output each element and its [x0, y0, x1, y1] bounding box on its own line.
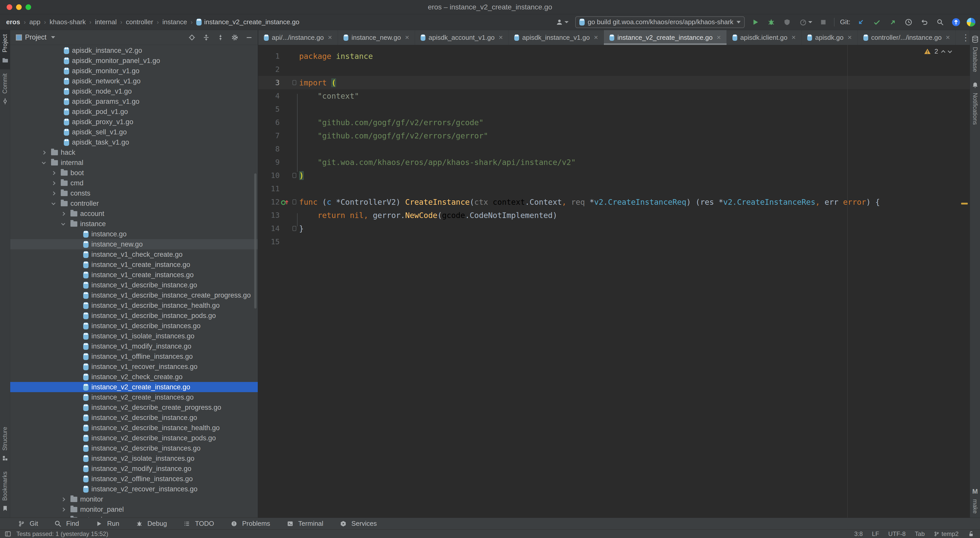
tree-file-row[interactable]: instance_v1_modify_instance.go — [10, 341, 258, 351]
unlock-icon[interactable] — [968, 531, 974, 537]
locate-file-button-icon[interactable] — [187, 32, 197, 43]
run-with-coverage-button-icon[interactable] — [782, 17, 792, 27]
tool-stripe-make[interactable]: Mmake — [970, 482, 980, 517]
tree-file-row[interactable]: instance_v2_create_instances.go — [10, 392, 258, 402]
tree-file-row[interactable]: instance_new.go — [10, 239, 258, 249]
tree-file-row[interactable]: apisdk_node_v1.go — [10, 86, 258, 96]
tool-window-button-run[interactable]: Run — [94, 519, 119, 529]
project-view-selector[interactable]: Project — [16, 33, 55, 41]
tool-window-button-find[interactable]: Find — [53, 519, 79, 529]
breadcrumb-item[interactable]: internal — [95, 18, 117, 26]
panel-settings-button-icon[interactable] — [230, 32, 240, 43]
debug-button-icon[interactable] — [766, 17, 776, 27]
code-editor[interactable]: 1package instance23import (4 "context"56… — [258, 45, 970, 517]
tree-file-row[interactable]: instance_v2_describe_instance.go — [10, 413, 258, 423]
prev-problem-icon[interactable] — [941, 50, 945, 54]
stop-button-icon[interactable] — [818, 17, 829, 27]
editor-tab[interactable]: apisdk.iclient.go× — [727, 30, 802, 45]
tree-file-row[interactable]: instance_v1_offline_instances.go — [10, 351, 258, 362]
run-configuration-selector[interactable]: go build git.woa.com/khaos/eros/app/khao… — [575, 16, 745, 28]
tree-file-row[interactable]: instance_v2_check_create.go — [10, 372, 258, 382]
search-everywhere-button-icon[interactable] — [935, 17, 945, 27]
tab-close-icon[interactable]: × — [792, 33, 796, 41]
tree-file-row[interactable]: apisdk_network_v1.go — [10, 76, 258, 86]
layout-icon[interactable] — [5, 531, 11, 537]
tool-stripe-project[interactable]: Project — [0, 30, 10, 69]
chevron-collapsed-icon[interactable] — [52, 191, 56, 195]
tree-folder-row[interactable]: account — [10, 209, 258, 219]
tree-file-row[interactable]: instance_v2_modify_instance.go — [10, 463, 258, 474]
tool-stripe-database[interactable]: Database — [970, 30, 980, 76]
tree-folder-row[interactable]: monitor_panel — [10, 504, 258, 514]
tree-file-row[interactable]: apisdk_instance_v2.go — [10, 45, 258, 56]
breadcrumb-item[interactable]: app — [29, 18, 40, 26]
file-encoding[interactable]: UTF-8 — [888, 530, 906, 538]
tab-close-icon[interactable]: × — [946, 33, 950, 41]
inspection-widget[interactable]: 2 — [924, 48, 951, 56]
breadcrumb-item[interactable]: instance — [162, 18, 187, 26]
git-update-button-icon[interactable] — [856, 17, 866, 27]
tree-file-row[interactable]: apisdk_sell_v1.go — [10, 127, 258, 137]
git-branch-widget[interactable]: temp2 — [934, 530, 959, 538]
tree-file-row[interactable]: instance_v1_create_instance.go — [10, 260, 258, 270]
tree-file-row[interactable]: instance_v2_describe_instance_pods.go — [10, 433, 258, 443]
breadcrumb-item[interactable]: khaos-shark — [49, 18, 86, 26]
plugin-sphere-icon[interactable] — [967, 18, 975, 27]
tree-file-row[interactable]: apisdk_params_v1.go — [10, 96, 258, 106]
tree-file-row[interactable]: instance_v1_isolate_instances.go — [10, 331, 258, 341]
git-push-button-icon[interactable] — [888, 17, 898, 27]
breadcrumb-file[interactable]: instance_v2_create_instance.go — [196, 18, 299, 26]
tree-file-row[interactable]: apisdk_pod_v1.go — [10, 106, 258, 117]
tool-stripe-commit[interactable]: Commit — [0, 69, 10, 110]
tool-stripe-bookmarks[interactable]: Bookmarks — [0, 467, 10, 517]
editor-tab[interactable]: apisdk.go× — [802, 30, 858, 45]
collapse-all-button-icon[interactable] — [215, 32, 226, 43]
tree-file-row[interactable]: instance_v2_create_instance.go — [10, 382, 258, 392]
tab-close-icon[interactable]: × — [717, 33, 721, 41]
line-ending[interactable]: LF — [872, 530, 879, 538]
tree-file-row[interactable]: apisdk_task_v1.go — [10, 137, 258, 148]
tree-file-row[interactable]: instance_v2_recover_instances.go — [10, 484, 258, 494]
chevron-expanded-icon[interactable] — [52, 201, 56, 205]
next-problem-icon[interactable] — [948, 49, 952, 53]
tree-file-row[interactable]: instance_v1_describe_instance_pods.go — [10, 311, 258, 321]
fold-column[interactable] — [290, 199, 299, 205]
profiler-button[interactable] — [798, 17, 813, 27]
git-commit-button-icon[interactable] — [872, 17, 882, 27]
indent-style[interactable]: Tab — [915, 530, 925, 538]
editor-tab[interactable]: apisdk_account_v1.go× — [415, 30, 509, 45]
tool-window-button-terminal[interactable]: Terminal — [285, 519, 323, 529]
caret-position[interactable]: 3:8 — [854, 530, 862, 538]
sync-button-icon[interactable] — [951, 17, 961, 27]
tree-folder-row[interactable]: instance — [10, 219, 258, 229]
tree-file-row[interactable]: instance_v2_offline_instances.go — [10, 474, 258, 484]
implements-method-icon[interactable] — [280, 198, 290, 206]
chevron-expanded-icon[interactable] — [42, 160, 46, 164]
chevron-collapsed-icon[interactable] — [52, 171, 56, 175]
tool-window-button-git[interactable]: Git — [16, 519, 38, 529]
tree-folder-row[interactable]: consts — [10, 188, 258, 198]
editor-tab[interactable]: api/.../instance.go× — [258, 30, 338, 45]
tree-folder-row[interactable]: boot — [10, 168, 258, 178]
tool-window-button-debug[interactable]: Debug — [134, 519, 167, 529]
tree-folder-row[interactable]: controller — [10, 198, 258, 209]
error-stripe-warning-mark[interactable] — [961, 203, 968, 205]
fold-marker-icon[interactable] — [293, 199, 296, 205]
chevron-collapsed-icon[interactable] — [42, 151, 46, 154]
tree-file-row[interactable]: instance_v2_describe_instances.go — [10, 443, 258, 453]
run-button-icon[interactable] — [750, 17, 760, 27]
breadcrumb-item[interactable]: controller — [126, 18, 153, 26]
tree-file-row[interactable]: instance_v2_describe_instance_health.go — [10, 423, 258, 433]
fold-column[interactable] — [290, 173, 299, 178]
tree-file-row[interactable]: apisdk_monitor_panel_v1.go — [10, 56, 258, 66]
tool-window-button-services[interactable]: Services — [338, 519, 377, 529]
chevron-expanded-icon[interactable] — [61, 221, 65, 225]
tree-file-row[interactable]: apisdk_monitor_v1.go — [10, 66, 258, 76]
tab-close-icon[interactable]: × — [499, 33, 503, 41]
fold-column[interactable] — [290, 226, 299, 231]
tree-folder-row[interactable]: network — [10, 514, 258, 517]
tree-folder-row[interactable]: internal — [10, 157, 258, 168]
fold-column[interactable] — [290, 80, 299, 85]
chevron-collapsed-icon[interactable] — [61, 508, 65, 511]
chevron-collapsed-icon[interactable] — [61, 497, 65, 501]
